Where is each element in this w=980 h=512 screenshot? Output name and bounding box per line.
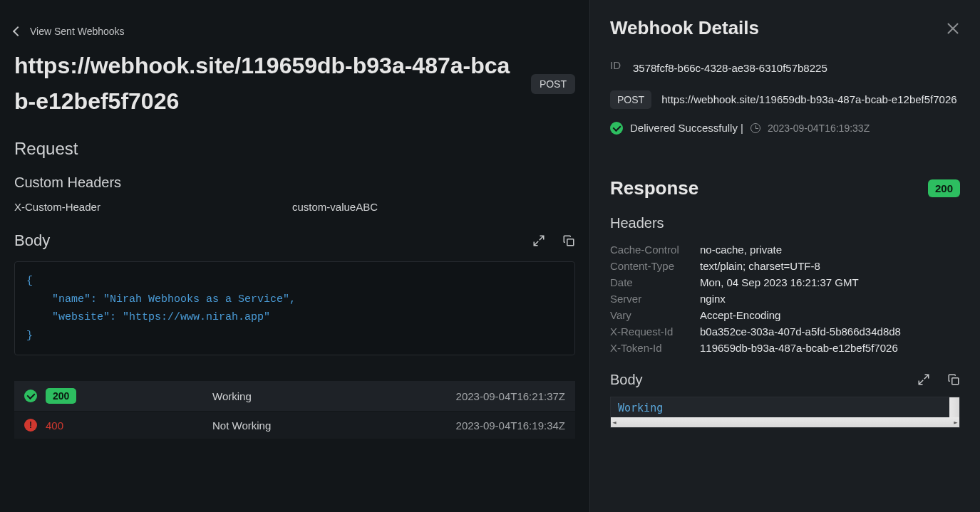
response-header-value: b0a352ce-303a-407d-a5fd-5b866d34d8d8: [700, 325, 901, 338]
body-title: Body: [14, 231, 50, 250]
response-headers-title: Headers: [610, 215, 960, 231]
copy-icon[interactable]: [562, 234, 575, 247]
attempt-row[interactable]: 200Working2023-09-04T16:21:37Z: [14, 381, 575, 412]
response-header-row: VaryAccept-Encoding: [610, 307, 960, 323]
response-header-row: Cache-Controlno-cache, private: [610, 241, 960, 258]
response-header-value: no-cache, private: [700, 244, 782, 256]
response-header-name: X-Request-Id: [610, 325, 700, 338]
response-header-value: text/plain; charset=UTF-8: [700, 260, 820, 272]
scrollbar-bottom[interactable]: ◄►: [611, 417, 959, 427]
response-header-value: 119659db-b93a-487a-bcab-e12bef5f7026: [700, 342, 898, 354]
response-header-name: Content-Type: [610, 260, 700, 272]
response-body-text: Working: [618, 402, 663, 414]
svg-rect-1: [952, 378, 959, 385]
header-name: X-Custom-Header: [14, 201, 292, 213]
delivered-row: Delivered Successfully | 2023-09-04T16:1…: [610, 122, 960, 135]
response-header-value: Accept-Encoding: [700, 309, 780, 321]
response-header-row: Servernginx: [610, 291, 960, 307]
attempt-message: Working: [212, 390, 456, 402]
attempt-time: 2023-09-04T16:21:37Z: [456, 390, 565, 402]
response-body-actions: [917, 373, 960, 386]
check-circle-icon: [24, 390, 37, 402]
back-link[interactable]: View Sent Webhooks: [14, 0, 575, 48]
response-body-code[interactable]: Working ◄►: [610, 397, 960, 428]
svg-rect-0: [567, 239, 574, 246]
details-title: Webhook Details: [610, 17, 759, 39]
clock-icon: [751, 123, 760, 133]
attempt-time: 2023-09-04T16:19:34Z: [456, 419, 565, 432]
detail-method-badge: POST: [610, 90, 651, 109]
status-code-badge: 200: [46, 388, 76, 404]
request-body-code[interactable]: { "name": "Nirah Webhooks as a Service",…: [14, 261, 575, 355]
main-panel: View Sent Webhooks https://webhook.site/…: [0, 0, 589, 512]
status-cell: 400: [24, 419, 212, 432]
response-header-row: Content-Typetext/plain; charset=UTF-8: [610, 258, 960, 274]
response-header-name: Cache-Control: [610, 244, 700, 256]
back-link-label: View Sent Webhooks: [30, 26, 125, 37]
response-header-value: Mon, 04 Sep 2023 16:21:37 GMT: [700, 276, 859, 288]
alert-circle-icon: [24, 419, 37, 432]
check-circle-icon: [610, 122, 623, 135]
response-body-title-row: Body: [610, 372, 960, 388]
response-header-name: Vary: [610, 309, 700, 321]
response-headers-list: Cache-Controlno-cache, privateContent-Ty…: [610, 241, 960, 356]
header-value: custom-valueABC: [292, 201, 378, 213]
response-header-name: Date: [610, 276, 700, 288]
page-url: https://webhook.site/119659db-b93a-487a-…: [14, 48, 520, 119]
custom-headers-list: X-Custom-Headercustom-valueABC: [14, 201, 575, 213]
details-header: Webhook Details: [610, 17, 960, 39]
scrollbar-right[interactable]: [949, 397, 959, 417]
response-header-name: X-Token-Id: [610, 342, 700, 354]
copy-icon[interactable]: [947, 373, 960, 386]
id-value: 3578fcf8-b66c-4328-ae38-6310f57b8225: [633, 59, 827, 78]
attempt-message: Not Working: [212, 419, 456, 432]
status-code: 400: [46, 419, 63, 432]
body-title-row: Body: [14, 231, 575, 250]
response-code-badge: 200: [928, 179, 960, 197]
detail-url: https://webhook.site/119659db-b93a-487a-…: [661, 90, 957, 109]
title-row: https://webhook.site/119659db-b93a-487a-…: [14, 48, 575, 119]
response-header-value: nginx: [700, 293, 726, 305]
delivered-time: 2023-09-04T16:19:33Z: [768, 122, 870, 134]
close-icon[interactable]: [946, 21, 960, 36]
delivered-text: Delivered Successfully |: [630, 122, 743, 134]
response-header-name: Server: [610, 293, 700, 305]
request-section-title: Request: [14, 139, 575, 159]
id-label: ID: [610, 59, 623, 71]
detail-row-id: ID 3578fcf8-b66c-4328-ae38-6310f57b8225: [610, 59, 960, 78]
status-cell: 200: [24, 388, 212, 404]
detail-row-url: POST https://webhook.site/119659db-b93a-…: [610, 90, 960, 109]
response-body-title: Body: [610, 372, 643, 388]
method-badge: POST: [531, 74, 575, 94]
response-header-row: DateMon, 04 Sep 2023 16:21:37 GMT: [610, 274, 960, 291]
response-title-text: Response: [610, 177, 698, 199]
response-header-row: X-Request-Idb0a352ce-303a-407d-a5fd-5b86…: [610, 323, 960, 340]
body-actions: [532, 234, 575, 247]
expand-icon[interactable]: [532, 234, 545, 247]
details-panel: Webhook Details ID 3578fcf8-b66c-4328-ae…: [589, 0, 980, 512]
attempt-row[interactable]: 400Not Working2023-09-04T16:19:34Z: [14, 412, 575, 439]
chevron-left-icon: [13, 26, 23, 36]
header-row: X-Custom-Headercustom-valueABC: [14, 201, 575, 213]
response-section-title: Response 200: [610, 177, 960, 199]
attempts-table: 200Working2023-09-04T16:21:37Z400Not Wor…: [14, 381, 575, 439]
response-header-row: X-Token-Id119659db-b93a-487a-bcab-e12bef…: [610, 340, 960, 356]
expand-icon[interactable]: [917, 373, 930, 386]
custom-headers-title: Custom Headers: [14, 174, 575, 191]
